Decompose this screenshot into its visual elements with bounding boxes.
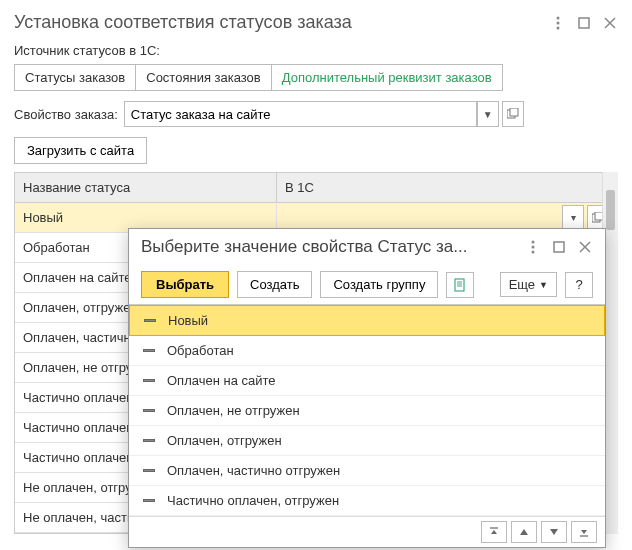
list-item[interactable]: Оплачен на сайте xyxy=(129,366,605,396)
dropdown-button[interactable]: ▼ xyxy=(477,101,499,127)
list-item[interactable]: Новый xyxy=(129,305,605,336)
svg-point-0 xyxy=(557,16,560,19)
scroll-up-button[interactable] xyxy=(511,521,537,543)
create-group-button[interactable]: Создать группу xyxy=(320,271,438,298)
property-label: Свойство заказа: xyxy=(14,107,118,122)
dialog-kebab-icon[interactable] xyxy=(525,239,541,255)
maximize-icon[interactable] xyxy=(576,15,592,31)
svg-rect-3 xyxy=(579,18,589,28)
svg-rect-7 xyxy=(510,108,518,116)
scroll-down-button[interactable] xyxy=(541,521,567,543)
list-item[interactable]: Оплачен, частично отгружен xyxy=(129,456,605,486)
th-status-name: Название статуса xyxy=(15,173,277,202)
scroll-bottom-button[interactable] xyxy=(571,521,597,543)
dialog-close-icon[interactable] xyxy=(577,239,593,255)
svg-point-11 xyxy=(532,246,535,249)
load-from-site-button[interactable]: Загрузить с сайта xyxy=(14,137,147,164)
refresh-button[interactable] xyxy=(446,272,474,298)
svg-rect-13 xyxy=(554,242,564,252)
item-icon xyxy=(143,499,155,502)
item-icon xyxy=(143,379,155,382)
scroll-top-button[interactable] xyxy=(481,521,507,543)
cell-input[interactable] xyxy=(285,210,562,225)
tab-order-states[interactable]: Состояния заказов xyxy=(136,64,272,91)
svg-rect-16 xyxy=(455,279,464,291)
item-icon xyxy=(143,439,155,442)
more-button[interactable]: Еще▼ xyxy=(500,272,557,297)
list-item[interactable]: Оплачен, отгружен xyxy=(129,426,605,456)
item-icon xyxy=(144,319,156,322)
item-icon xyxy=(143,469,155,472)
list-item[interactable]: Обработан xyxy=(129,336,605,366)
cell-dropdown-button[interactable]: ▾ xyxy=(562,205,584,231)
svg-point-1 xyxy=(557,21,560,24)
list-item[interactable]: Оплачен, не отгружен xyxy=(129,396,605,426)
list-item[interactable]: Частично оплачен, отгружен xyxy=(129,486,605,516)
dialog-title: Выберите значение свойства Статус за... xyxy=(141,237,467,257)
help-button[interactable]: ? xyxy=(565,272,593,298)
property-select[interactable] xyxy=(124,101,477,127)
window-title: Установка соответствия статусов заказа xyxy=(14,12,352,33)
kebab-icon[interactable] xyxy=(550,15,566,31)
tab-order-statuses[interactable]: Статусы заказов xyxy=(14,64,136,91)
create-button[interactable]: Создать xyxy=(237,271,312,298)
tab-additional-requisite[interactable]: Дополнительный реквизит заказов xyxy=(272,64,503,91)
svg-point-10 xyxy=(532,241,535,244)
item-icon xyxy=(143,349,155,352)
svg-point-2 xyxy=(557,26,560,29)
item-icon xyxy=(143,409,155,412)
svg-point-12 xyxy=(532,251,535,254)
select-value-dialog: Выберите значение свойства Статус за... … xyxy=(128,228,606,548)
source-label: Источник статусов в 1С: xyxy=(14,43,618,58)
open-dialog-button[interactable] xyxy=(502,101,524,127)
dialog-maximize-icon[interactable] xyxy=(551,239,567,255)
close-icon[interactable] xyxy=(602,15,618,31)
select-button[interactable]: Выбрать xyxy=(141,271,229,298)
